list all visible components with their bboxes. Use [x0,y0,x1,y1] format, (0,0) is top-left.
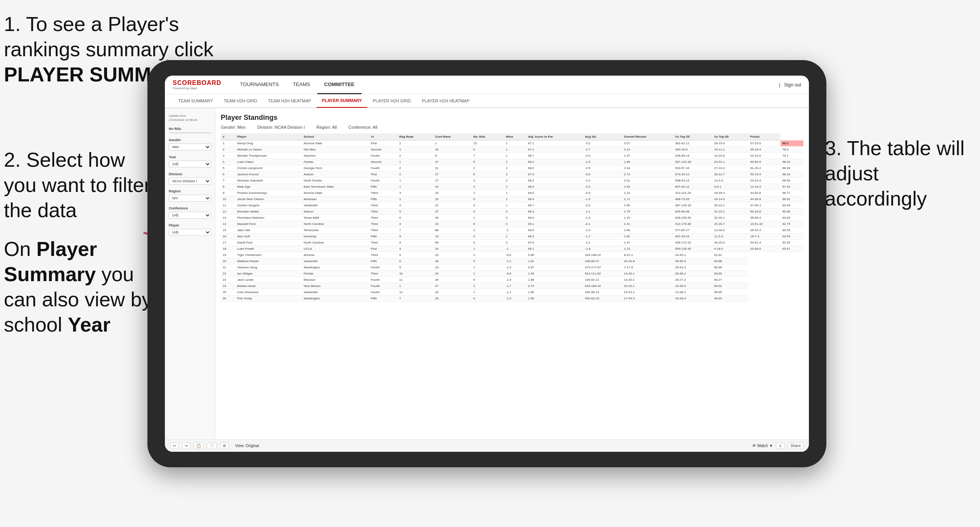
table-cell: 20-14-5 [712,196,748,202]
year-select[interactable]: (All) [169,161,211,168]
table-cell: 50-19-9 [748,171,781,178]
table-cell: 29-38-2 [673,271,712,277]
filter-conference: Conference: All [348,125,377,130]
nav-committee[interactable]: COMMITTEE [317,76,362,94]
table-cell: 1.66 [622,227,673,233]
table-cell: 18-7-3 [748,233,781,240]
sub-nav-team-summary[interactable]: TEAM SUMMARY [173,94,218,108]
table-cell: 1 [504,196,526,202]
table-cell: -2.0 [583,153,622,159]
gender-filter-value: Men [237,125,246,130]
table-cell: 69.0 [526,215,583,221]
table-cell: 1 [504,233,526,240]
table-cell: 514-111-52 [583,271,622,277]
table-cell: 412-221-24 [673,190,712,196]
table-cell: 73.1 [781,153,803,159]
table-row: 21Taehoon SongWashingtonFourth5231-1.30.… [221,264,803,271]
table-cell: 26-27-2 [673,277,712,283]
table-cell: 2 [471,178,504,184]
sub-nav-player-h2h-grid[interactable]: PLAYER H2H GRID [367,94,416,108]
table-row: 9Preston SummerhaysArizona StateThird324… [221,190,803,196]
sub-nav-player-h2h-heatmap[interactable]: PLAYER H2H HEATMAP [416,94,475,108]
table-cell: 18 [221,246,235,252]
sub-nav-team-h2h-grid[interactable]: TEAM H2H GRID [218,94,263,108]
table-cell: Preston Summerhays [235,190,301,196]
sidebar: Update time: 27/03/2024 16:56:26 No Rds.… [165,108,215,439]
table-cell: 68.2 [526,178,583,184]
table-cell: 6 [471,277,504,283]
player-label: Player [169,223,211,227]
gender-select[interactable]: Men [169,143,211,150]
table-cell: 406-172-16 [673,240,712,246]
table-cell: 1.41 [622,221,673,227]
table-cell: 23 [433,289,471,295]
table-cell: -2.3 [583,178,622,184]
nav-teams[interactable]: TEAMS [286,76,317,94]
table-cell: Third [369,215,397,221]
sidebar-no-rds: No Rds. [169,127,211,133]
toolbar-settings[interactable]: ⚙ [220,442,229,449]
sub-nav-team-h2h-heatmap[interactable]: TEAM H2H HEATMAP [263,94,317,108]
table-cell: 3.10 [622,147,673,153]
table-cell: 381-61-11 [673,140,712,147]
table-row: 3Michael ThorbjornsenStanfordFourth28716… [221,153,803,159]
table-cell: 67.1 [526,147,583,153]
toolbar-copy[interactable]: 📋 [194,442,204,449]
nav-separator: | [779,82,780,88]
table-cell: 24 [433,271,471,277]
toolbar-download[interactable]: ⇓ [776,442,784,449]
region-select[interactable]: N/A [169,195,211,202]
sidebar-conference: Conference (All) [169,206,211,219]
gender-filter-label: Gender: [221,125,236,130]
table-cell: 1 [504,140,526,147]
nav-tournaments[interactable]: TOURNAMENTS [233,76,286,94]
table-cell: 24 [433,246,471,252]
nav-sign-out[interactable]: Sign out [784,82,801,88]
table-cell: -2.7 [583,147,622,153]
conference-select[interactable]: (All) [169,212,211,219]
toolbar-undo[interactable]: ↩ [170,442,179,449]
table-cell: 27 [433,178,471,184]
table-cell: 1.13 [622,246,673,252]
table-row: 13Phichakun MaichonTexas A&MThird6301069… [221,215,803,221]
table-cell: 20-25-8 [622,258,673,264]
table-cell: 68.0 [526,165,583,171]
table-cell: 61-20-2 [748,165,781,171]
table-cell: 1.65 [526,289,583,295]
table-cell: 2 [471,184,504,190]
table-cell: Jacob Skov Olesen [235,196,301,202]
table-cell: 25 [221,289,235,295]
table-cell: Vanderbilt [302,258,369,264]
toolbar-share[interactable]: Share [788,442,803,449]
col-overall-record: Overall Record [622,133,673,140]
table-cell: 27 [433,283,471,289]
table-cell: Stanford [302,153,369,159]
table-cell: 47-40-3 [748,202,781,209]
no-rds-slider[interactable] [169,132,211,133]
toolbar-paste[interactable]: 📄 [207,442,217,449]
table-cell: -0.6 [504,252,526,258]
table-cell: 2 [504,165,526,171]
table-cell: 2 [397,153,433,159]
table-cell: Missouri [302,277,369,283]
table-cell: 80.98 [712,264,748,271]
player-select[interactable]: (All) [169,229,211,236]
toolbar-view-label: View: Original [235,444,259,448]
table-cell: 24-31-1 [712,159,748,165]
table-cell: 440-26-6 [673,147,712,153]
toolbar-redo[interactable]: ↪ [182,442,190,449]
table-cell: Vanderbilt [302,202,369,209]
table-cell: 1 [504,190,526,196]
table-cell: 23 [433,264,471,271]
table-cell: 1 [471,190,504,196]
division-select[interactable]: NCAA Division I [169,178,211,185]
table-cell: 24 [433,190,471,196]
table-cell: 54-51-4 [748,240,781,246]
table-cell: -3.0 [583,171,622,178]
sub-nav-player-summary[interactable]: PLAYER SUMMARY [317,94,367,108]
table-cell: 11 [221,202,235,209]
table-cell: Arizona State [302,190,369,196]
table-cell: North Carolina [302,240,369,246]
sidebar-year: Year (All) [169,155,211,168]
toolbar-watch[interactable]: 👁 Watch ▼ [752,444,773,448]
